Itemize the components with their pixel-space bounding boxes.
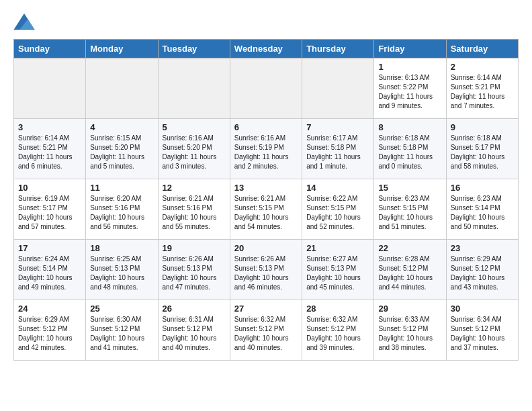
day-info: Sunrise: 6:29 AM Sunset: 5:12 PM Dayligh… bbox=[18, 315, 81, 353]
calendar-cell: 8Sunrise: 6:18 AM Sunset: 5:18 PM Daylig… bbox=[374, 119, 446, 179]
day-number: 24 bbox=[18, 304, 81, 314]
logo-icon bbox=[13, 13, 35, 32]
calendar-cell: 22Sunrise: 6:28 AM Sunset: 5:12 PM Dayli… bbox=[374, 240, 446, 300]
day-info: Sunrise: 6:20 AM Sunset: 5:16 PM Dayligh… bbox=[90, 194, 153, 232]
day-info: Sunrise: 6:21 AM Sunset: 5:16 PM Dayligh… bbox=[163, 194, 226, 232]
day-info: Sunrise: 6:31 AM Sunset: 5:12 PM Dayligh… bbox=[163, 315, 226, 353]
day-info: Sunrise: 6:19 AM Sunset: 5:17 PM Dayligh… bbox=[18, 194, 81, 232]
day-info: Sunrise: 6:27 AM Sunset: 5:13 PM Dayligh… bbox=[306, 255, 369, 292]
day-number: 5 bbox=[163, 122, 226, 132]
day-of-week-header: Sunday bbox=[14, 40, 86, 58]
day-of-week-header: Tuesday bbox=[158, 40, 230, 58]
calendar-cell: 7Sunrise: 6:17 AM Sunset: 5:18 PM Daylig… bbox=[302, 119, 374, 179]
calendar-cell: 27Sunrise: 6:32 AM Sunset: 5:12 PM Dayli… bbox=[230, 300, 302, 361]
day-info: Sunrise: 6:22 AM Sunset: 5:15 PM Dayligh… bbox=[306, 194, 369, 232]
calendar-cell: 26Sunrise: 6:31 AM Sunset: 5:12 PM Dayli… bbox=[158, 300, 230, 361]
day-info: Sunrise: 6:25 AM Sunset: 5:13 PM Dayligh… bbox=[90, 255, 153, 292]
calendar-cell: 3Sunrise: 6:14 AM Sunset: 5:21 PM Daylig… bbox=[14, 119, 86, 179]
calendar-header-row: SundayMondayTuesdayWednesdayThursdayFrid… bbox=[14, 40, 519, 58]
page-header bbox=[13, 13, 519, 32]
calendar-cell: 23Sunrise: 6:29 AM Sunset: 5:12 PM Dayli… bbox=[446, 240, 518, 300]
calendar-cell: 30Sunrise: 6:34 AM Sunset: 5:12 PM Dayli… bbox=[446, 300, 518, 361]
day-info: Sunrise: 6:26 AM Sunset: 5:13 PM Dayligh… bbox=[234, 255, 298, 292]
logo bbox=[13, 13, 36, 32]
calendar-week-row: 10Sunrise: 6:19 AM Sunset: 5:17 PM Dayli… bbox=[14, 179, 519, 240]
day-info: Sunrise: 6:29 AM Sunset: 5:12 PM Dayligh… bbox=[451, 255, 514, 292]
day-number: 19 bbox=[163, 243, 226, 253]
calendar-cell: 15Sunrise: 6:23 AM Sunset: 5:15 PM Dayli… bbox=[374, 179, 446, 240]
calendar-cell: 18Sunrise: 6:25 AM Sunset: 5:13 PM Dayli… bbox=[86, 240, 158, 300]
day-number: 20 bbox=[234, 243, 298, 253]
calendar-cell: 14Sunrise: 6:22 AM Sunset: 5:15 PM Dayli… bbox=[302, 179, 374, 240]
day-info: Sunrise: 6:24 AM Sunset: 5:14 PM Dayligh… bbox=[18, 255, 81, 292]
day-number: 26 bbox=[163, 304, 226, 314]
day-number: 10 bbox=[18, 183, 81, 193]
day-number: 14 bbox=[306, 183, 369, 193]
calendar-cell: 28Sunrise: 6:32 AM Sunset: 5:12 PM Dayli… bbox=[302, 300, 374, 361]
day-info: Sunrise: 6:17 AM Sunset: 5:18 PM Dayligh… bbox=[306, 134, 369, 171]
calendar-cell: 21Sunrise: 6:27 AM Sunset: 5:13 PM Dayli… bbox=[302, 240, 374, 300]
day-number: 27 bbox=[234, 304, 298, 314]
calendar-cell bbox=[14, 58, 86, 119]
day-number: 9 bbox=[451, 122, 514, 132]
calendar-week-row: 3Sunrise: 6:14 AM Sunset: 5:21 PM Daylig… bbox=[14, 119, 519, 179]
calendar-cell bbox=[158, 58, 230, 119]
calendar-cell: 12Sunrise: 6:21 AM Sunset: 5:16 PM Dayli… bbox=[158, 179, 230, 240]
day-info: Sunrise: 6:18 AM Sunset: 5:18 PM Dayligh… bbox=[378, 134, 441, 171]
day-number: 23 bbox=[451, 243, 514, 253]
day-number: 15 bbox=[378, 183, 441, 193]
calendar-cell: 11Sunrise: 6:20 AM Sunset: 5:16 PM Dayli… bbox=[86, 179, 158, 240]
day-info: Sunrise: 6:16 AM Sunset: 5:20 PM Dayligh… bbox=[163, 134, 226, 171]
day-number: 11 bbox=[90, 183, 153, 193]
calendar-cell: 25Sunrise: 6:30 AM Sunset: 5:12 PM Dayli… bbox=[86, 300, 158, 361]
day-number: 7 bbox=[306, 122, 369, 132]
calendar-cell: 17Sunrise: 6:24 AM Sunset: 5:14 PM Dayli… bbox=[14, 240, 86, 300]
day-number: 21 bbox=[306, 243, 369, 253]
calendar-cell bbox=[230, 58, 302, 119]
day-number: 22 bbox=[378, 243, 441, 253]
calendar-cell: 9Sunrise: 6:18 AM Sunset: 5:17 PM Daylig… bbox=[446, 119, 518, 179]
day-info: Sunrise: 6:26 AM Sunset: 5:13 PM Dayligh… bbox=[163, 255, 226, 292]
calendar-table: SundayMondayTuesdayWednesdayThursdayFrid… bbox=[13, 39, 519, 361]
day-number: 25 bbox=[90, 304, 153, 314]
day-info: Sunrise: 6:18 AM Sunset: 5:17 PM Dayligh… bbox=[451, 134, 514, 171]
day-info: Sunrise: 6:34 AM Sunset: 5:12 PM Dayligh… bbox=[451, 315, 514, 353]
calendar-cell: 16Sunrise: 6:23 AM Sunset: 5:14 PM Dayli… bbox=[446, 179, 518, 240]
day-number: 28 bbox=[306, 304, 369, 314]
calendar-cell: 5Sunrise: 6:16 AM Sunset: 5:20 PM Daylig… bbox=[158, 119, 230, 179]
calendar-cell bbox=[86, 58, 158, 119]
calendar-cell: 6Sunrise: 6:16 AM Sunset: 5:19 PM Daylig… bbox=[230, 119, 302, 179]
day-info: Sunrise: 6:30 AM Sunset: 5:12 PM Dayligh… bbox=[90, 315, 153, 353]
calendar-cell: 1Sunrise: 6:13 AM Sunset: 5:22 PM Daylig… bbox=[374, 58, 446, 119]
day-number: 30 bbox=[451, 304, 514, 314]
day-of-week-header: Saturday bbox=[446, 40, 518, 58]
day-number: 18 bbox=[90, 243, 153, 253]
day-number: 3 bbox=[18, 122, 81, 132]
day-of-week-header: Thursday bbox=[302, 40, 374, 58]
day-info: Sunrise: 6:14 AM Sunset: 5:21 PM Dayligh… bbox=[18, 134, 81, 171]
day-info: Sunrise: 6:33 AM Sunset: 5:12 PM Dayligh… bbox=[378, 315, 441, 353]
day-number: 8 bbox=[378, 122, 441, 132]
day-number: 16 bbox=[451, 183, 514, 193]
calendar-week-row: 1Sunrise: 6:13 AM Sunset: 5:22 PM Daylig… bbox=[14, 58, 519, 119]
day-info: Sunrise: 6:23 AM Sunset: 5:15 PM Dayligh… bbox=[378, 194, 441, 232]
calendar-week-row: 17Sunrise: 6:24 AM Sunset: 5:14 PM Dayli… bbox=[14, 240, 519, 300]
calendar-cell: 10Sunrise: 6:19 AM Sunset: 5:17 PM Dayli… bbox=[14, 179, 86, 240]
day-of-week-header: Monday bbox=[86, 40, 158, 58]
day-number: 29 bbox=[378, 304, 441, 314]
day-info: Sunrise: 6:13 AM Sunset: 5:22 PM Dayligh… bbox=[378, 73, 441, 111]
day-number: 2 bbox=[451, 62, 514, 72]
day-number: 17 bbox=[18, 243, 81, 253]
day-info: Sunrise: 6:15 AM Sunset: 5:20 PM Dayligh… bbox=[90, 134, 153, 171]
day-info: Sunrise: 6:16 AM Sunset: 5:19 PM Dayligh… bbox=[234, 134, 298, 171]
day-number: 1 bbox=[378, 62, 441, 72]
day-of-week-header: Wednesday bbox=[230, 40, 302, 58]
day-number: 4 bbox=[90, 122, 153, 132]
day-of-week-header: Friday bbox=[374, 40, 446, 58]
day-number: 6 bbox=[234, 122, 298, 132]
calendar-week-row: 24Sunrise: 6:29 AM Sunset: 5:12 PM Dayli… bbox=[14, 300, 519, 361]
calendar-cell: 19Sunrise: 6:26 AM Sunset: 5:13 PM Dayli… bbox=[158, 240, 230, 300]
calendar-body: 1Sunrise: 6:13 AM Sunset: 5:22 PM Daylig… bbox=[14, 58, 519, 361]
calendar-cell: 2Sunrise: 6:14 AM Sunset: 5:21 PM Daylig… bbox=[446, 58, 518, 119]
day-number: 12 bbox=[163, 183, 226, 193]
